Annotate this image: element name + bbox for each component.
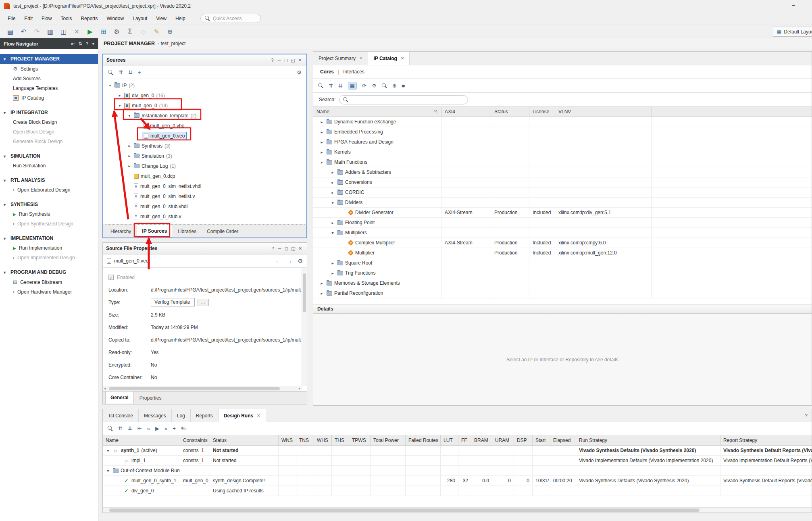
ghost-tool-icon[interactable]: ◇ [138, 26, 149, 37]
quick-access-search[interactable]: Quick Access [200, 14, 261, 23]
catalog-row-math-functions[interactable]: ▾Math Functions [313, 157, 812, 167]
catalog-row-embedded-processing[interactable]: ▸Embedded Processing [313, 127, 812, 137]
copy-icon[interactable]: ◫ [58, 26, 69, 37]
flow-section-implementation[interactable]: ▾IMPLEMENTATION [0, 233, 98, 243]
flow-item-language-templates[interactable]: Language Templates [0, 83, 98, 93]
scroll-right-icon[interactable]: ▸ [299, 387, 300, 390]
column-header-ff[interactable]: FF [458, 435, 471, 445]
enabled-checkbox[interactable]: ✓ [108, 275, 114, 280]
catalog-row-partial-reconfiguration[interactable]: ▸Partial Reconfiguration [313, 288, 812, 298]
step-forward-icon[interactable]: » [164, 425, 167, 431]
help-icon[interactable]: ? [269, 58, 276, 63]
tree-item-mult-gen-0[interactable]: ▾mult_gen_0(14) [103, 100, 306, 110]
column-header-elapsed[interactable]: Elapsed [550, 435, 576, 445]
flow-item-generate-block-design[interactable]: Generate Block Design [0, 137, 98, 146]
scrollbar-thumb[interactable] [109, 508, 700, 512]
column-header-uram[interactable]: URAM [492, 435, 514, 445]
scrollbar-thumb[interactable] [109, 387, 280, 390]
details-toggle-icon[interactable]: ■ [402, 83, 405, 89]
flow-item-open-implemented-design[interactable]: ›Open Implemented Design [0, 253, 98, 263]
step-back-icon[interactable]: « [147, 425, 150, 431]
search-icon[interactable] [318, 83, 323, 88]
chevron-down-icon[interactable]: ▾ [330, 231, 335, 235]
tab-log[interactable]: Log [172, 409, 191, 422]
maximize-icon[interactable]: ◻ [283, 246, 290, 251]
create-block-design-icon[interactable]: ⊞ [98, 26, 109, 37]
column-header-failed-routes[interactable]: Failed Routes [406, 435, 441, 445]
tab-project-summary[interactable]: Project Summary✕ [313, 52, 368, 65]
close-icon[interactable]: ✕ [296, 58, 303, 63]
column-header-name[interactable]: Name [103, 435, 180, 445]
chevron-right-icon[interactable]: ▸ [319, 291, 325, 296]
tree-item-mult-gen-0-veo[interactable]: mult_gen_0.veo [103, 131, 306, 141]
tab-properties[interactable]: Properties [135, 392, 167, 404]
help-icon[interactable]: ? [805, 413, 808, 419]
type-combo[interactable]: Verilog Template [151, 298, 195, 306]
chevron-down-icon[interactable]: ▾ [330, 200, 335, 205]
scrollbar-thumb[interactable] [303, 273, 306, 312]
minimize-icon[interactable]: ─ [276, 58, 283, 63]
chevron-right-icon[interactable]: ▸ [319, 281, 325, 286]
add-repository-icon[interactable]: ⊕ [392, 83, 397, 89]
column-header-name[interactable]: Name^1 [313, 107, 441, 117]
help-icon[interactable]: ? [86, 41, 89, 46]
flow-item-open-block-design[interactable]: Open Block Design [0, 127, 98, 137]
tree-item-change-log[interactable]: ▸Change Log(1) [103, 161, 306, 171]
tab-compile-order[interactable]: Compile Order [202, 225, 243, 238]
maximize-icon[interactable]: ◻ [283, 58, 289, 63]
flow-section-program-and-debug[interactable]: ▾PROGRAM AND DEBUG [0, 267, 98, 277]
scroll-left-icon[interactable]: ◂ [104, 387, 106, 390]
menu-item-tools[interactable]: Tools [56, 13, 76, 24]
close-icon[interactable]: ✕ [257, 413, 260, 418]
tab-general[interactable]: General [105, 392, 134, 404]
column-header-ths[interactable]: THS [332, 435, 349, 445]
flow-section-synthesis[interactable]: ▾SYNTHESIS [0, 200, 98, 209]
forward-icon[interactable]: → [286, 258, 292, 264]
menu-item-file[interactable]: File [3, 13, 20, 24]
open-report-icon[interactable]: ▥ [45, 26, 56, 37]
column-header-vlnv[interactable]: VLNV [555, 107, 652, 117]
catalog-row-fpga-features-and-design[interactable]: ▸FPGA Features and Design [313, 137, 812, 147]
chevron-right-icon[interactable]: ▸ [330, 180, 335, 185]
percent-icon[interactable]: % [181, 425, 186, 431]
chevron-right-icon[interactable]: ▸ [330, 271, 335, 275]
tree-item-synthesis[interactable]: ▸Synthesis(3) [103, 141, 306, 151]
tree-item-simulation[interactable]: ▸Simulation(3) [103, 151, 306, 161]
catalog-row-square-root[interactable]: ▸Square Root [313, 258, 812, 268]
chevron-down-icon[interactable]: ▾ [105, 448, 111, 453]
chevron-right-icon[interactable]: ▸ [127, 154, 132, 158]
collapse-navigator-icon[interactable]: ⇤ [71, 41, 75, 46]
column-header-wns[interactable]: WNS [279, 435, 296, 445]
menu-icon[interactable]: ▾ [92, 41, 94, 46]
settings-icon[interactable]: ⚙ [297, 69, 302, 75]
collapse-all-icon[interactable]: ⇈ [119, 69, 123, 75]
close-icon[interactable]: ✕ [297, 246, 304, 251]
edit-icon[interactable]: ✎ [151, 26, 162, 37]
catalog-row-multipliers[interactable]: ▾Multipliers [313, 228, 812, 238]
chevron-right-icon[interactable]: ▸ [127, 144, 132, 148]
flow-item-run-simulation[interactable]: Run Simulation [0, 161, 98, 171]
view-cores[interactable]: Cores [320, 69, 334, 75]
vertical-scrollbar[interactable] [302, 268, 307, 386]
chevron-down-icon[interactable]: ▾ [105, 469, 111, 473]
back-icon[interactable]: ← [275, 258, 281, 264]
horizontal-scrollbar[interactable] [103, 507, 812, 513]
chevron-right-icon[interactable]: ▸ [330, 190, 335, 195]
search-icon[interactable] [108, 426, 113, 431]
catalog-row-cordic[interactable]: ▸CORDIC [313, 188, 812, 198]
column-header-constraints[interactable]: Constraints [180, 435, 210, 445]
flow-item-open-hardware-manager[interactable]: ›Open Hardware Manager [0, 287, 98, 297]
column-header-lut[interactable]: LUT [441, 435, 458, 445]
tree-item-mult-gen-0-sim-netlist-vhdl[interactable]: mult_gen_0_sim_netlist.vhdl [103, 181, 306, 191]
flow-item-open-synthesized-design[interactable]: ›Open Synthesized Design [0, 219, 98, 229]
catalog-row-multiplier[interactable]: MultiplierProductionIncludedxilinx.com:i… [313, 248, 812, 258]
column-header-tns[interactable]: TNS [296, 435, 314, 445]
chevron-right-icon[interactable]: ▸ [330, 221, 335, 225]
tab-design-runs[interactable]: Design Runs✕ [219, 409, 266, 422]
probe-icon[interactable]: ⊕ [164, 26, 175, 37]
expand-all-icon[interactable]: ⇊ [128, 425, 132, 431]
column-header-axi4[interactable]: AXI4 [441, 107, 491, 117]
catalog-row-memories-storage-elements[interactable]: ▸Memories & Storage Elements [313, 278, 812, 288]
float-icon[interactable]: ◱ [289, 58, 296, 63]
chevron-right-icon[interactable]: ▸ [330, 261, 335, 265]
